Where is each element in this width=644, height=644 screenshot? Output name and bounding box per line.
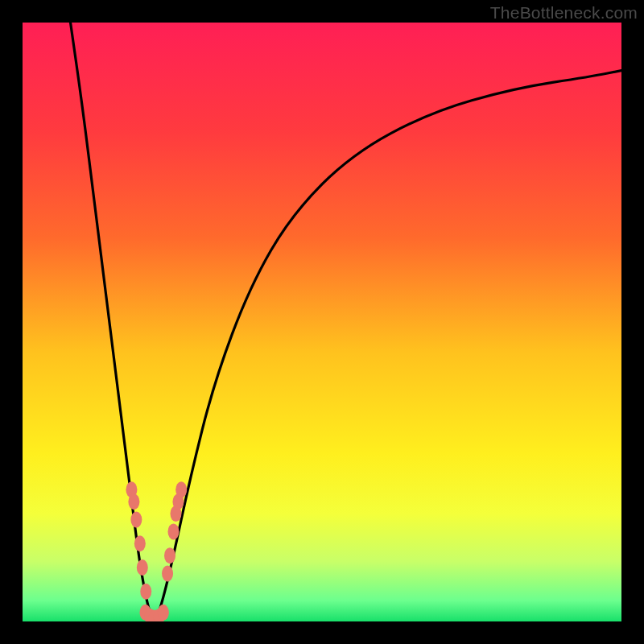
marker-dot	[167, 523, 179, 539]
marker-dot	[130, 512, 142, 528]
chart-frame: TheBottleneck.com	[0, 0, 644, 644]
marker-dot	[158, 605, 169, 621]
marker-dot	[175, 481, 187, 497]
plot-area	[23, 23, 621, 621]
marker-group	[126, 481, 187, 621]
marker-dot	[140, 584, 151, 600]
bottleneck-curve	[71, 23, 621, 618]
marker-dot	[162, 565, 173, 581]
marker-dot	[137, 559, 148, 576]
marker-dot	[128, 493, 139, 510]
marker-dot	[134, 535, 146, 551]
curve-layer	[23, 23, 621, 621]
marker-dot	[164, 547, 175, 564]
watermark-text: TheBottleneck.com	[490, 3, 638, 23]
